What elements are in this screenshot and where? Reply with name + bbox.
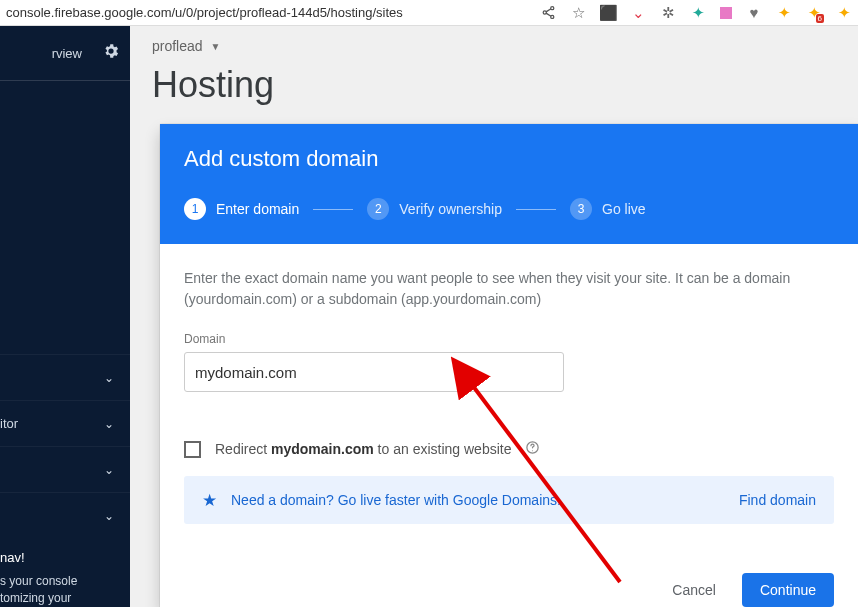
sidebar-footer-title: nav! bbox=[0, 550, 122, 565]
step-number: 2 bbox=[367, 198, 389, 220]
extension-translate-icon[interactable]: ⬛ bbox=[600, 5, 616, 21]
extension-badge-icon[interactable]: ✦6 bbox=[806, 5, 822, 21]
step-connector bbox=[516, 209, 556, 210]
svg-point-6 bbox=[532, 450, 533, 451]
helper-text: Enter the exact domain name you want peo… bbox=[184, 268, 824, 310]
sidebar-item-4[interactable]: ⌄ bbox=[0, 492, 130, 538]
chevron-down-icon: ⌄ bbox=[104, 509, 114, 523]
gear-icon[interactable] bbox=[102, 42, 120, 64]
step-verify-ownership: 2 Verify ownership bbox=[367, 198, 502, 220]
step-go-live: 3 Go live bbox=[570, 198, 646, 220]
share-icon[interactable] bbox=[540, 5, 556, 21]
add-custom-domain-modal: Add custom domain 1 Enter domain 2 Verif… bbox=[160, 124, 858, 607]
step-number: 1 bbox=[184, 198, 206, 220]
overview-tab[interactable]: rview bbox=[52, 46, 82, 61]
workspace: rview ⌄ itor ⌄ ⌄ ⌄ nav! bbox=[0, 26, 858, 607]
browser-actions: ☆ ⬛ ⌄ ✲ ✦ ♥ ✦ ✦6 ✦ bbox=[540, 5, 852, 21]
step-label: Verify ownership bbox=[399, 201, 502, 217]
domain-field-label: Domain bbox=[184, 332, 834, 346]
extension-pink-icon[interactable] bbox=[720, 7, 732, 19]
modal-body: Enter the exact domain name you want peo… bbox=[160, 244, 858, 555]
stepper: 1 Enter domain 2 Verify ownership 3 Go l… bbox=[184, 198, 834, 220]
sidebar-item-2[interactable]: itor ⌄ bbox=[0, 400, 130, 446]
redirect-label: Redirect mydomain.com to an existing web… bbox=[215, 441, 511, 457]
extension-gear-icon[interactable]: ✲ bbox=[660, 5, 676, 21]
url-text[interactable]: console.firebase.google.com/u/0/project/… bbox=[6, 5, 540, 20]
find-domain-link[interactable]: Find domain bbox=[739, 492, 816, 508]
step-number: 3 bbox=[570, 198, 592, 220]
modal-header: Add custom domain 1 Enter domain 2 Verif… bbox=[160, 124, 858, 244]
sidebar-item-label: itor bbox=[0, 416, 18, 431]
sidebar-item-1[interactable]: ⌄ bbox=[0, 354, 130, 400]
chevron-down-icon: ⌄ bbox=[104, 417, 114, 431]
sidebar: rview ⌄ itor ⌄ ⌄ ⌄ nav! bbox=[0, 26, 130, 607]
star-icon: ★ bbox=[202, 490, 217, 511]
step-connector bbox=[313, 209, 353, 210]
help-icon[interactable] bbox=[525, 440, 540, 458]
star-icon[interactable]: ☆ bbox=[570, 5, 586, 21]
promo-message: Need a domain? Go live faster with Googl… bbox=[231, 492, 725, 508]
modal-title: Add custom domain bbox=[184, 146, 834, 172]
domain-input[interactable] bbox=[184, 352, 564, 392]
svg-line-3 bbox=[546, 9, 551, 12]
sidebar-top: rview bbox=[0, 26, 130, 81]
step-label: Go live bbox=[602, 201, 646, 217]
extension-plus-icon[interactable]: ✦ bbox=[776, 5, 792, 21]
redirect-row: Redirect mydomain.com to an existing web… bbox=[184, 440, 834, 458]
sidebar-footer-blurb: s your console tomizing your bbox=[0, 573, 122, 607]
step-label: Enter domain bbox=[216, 201, 299, 217]
svg-line-4 bbox=[546, 13, 551, 16]
modal-footer: Cancel Continue bbox=[160, 555, 858, 607]
redirect-checkbox[interactable] bbox=[184, 441, 201, 458]
chevron-down-icon: ⌄ bbox=[104, 463, 114, 477]
chevron-down-icon: ⌄ bbox=[104, 371, 114, 385]
google-domains-promo: ★ Need a domain? Go live faster with Goo… bbox=[184, 476, 834, 524]
extension-puzzle-icon[interactable]: ✦ bbox=[836, 5, 852, 21]
extension-pocket-icon[interactable]: ⌄ bbox=[630, 5, 646, 21]
sidebar-footer: nav! s your console tomizing your bbox=[0, 538, 130, 607]
main-content: proflead ▼ Hosting Add custom domain 1 E… bbox=[130, 26, 858, 607]
extension-heart-icon[interactable]: ♥ bbox=[746, 5, 762, 21]
continue-button[interactable]: Continue bbox=[742, 573, 834, 607]
step-enter-domain: 1 Enter domain bbox=[184, 198, 299, 220]
browser-url-bar: console.firebase.google.com/u/0/project/… bbox=[0, 0, 858, 26]
extension-wand-icon[interactable]: ✦ bbox=[690, 5, 706, 21]
cancel-button[interactable]: Cancel bbox=[668, 574, 720, 606]
sidebar-nav: ⌄ itor ⌄ ⌄ ⌄ bbox=[0, 354, 130, 538]
sidebar-item-3[interactable]: ⌄ bbox=[0, 446, 130, 492]
